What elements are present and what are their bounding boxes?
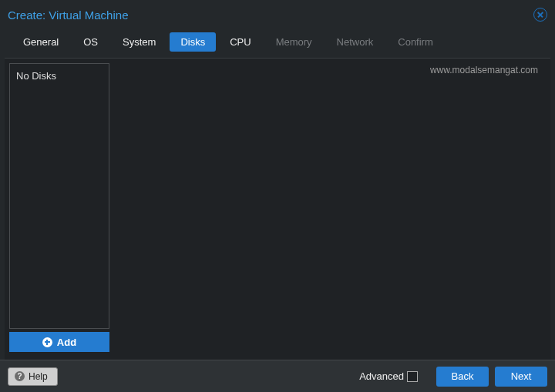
tab-strip: GeneralOSSystemDisksCPUMemoryNetworkConf…	[0, 25, 555, 58]
help-icon: ?	[15, 371, 25, 381]
add-disk-label: Add	[57, 337, 76, 348]
plus-icon	[42, 337, 52, 347]
tab-network: Network	[326, 32, 385, 52]
content-area: www.modalsemangat.com No Disks Add	[5, 58, 550, 360]
tab-cpu[interactable]: CPU	[219, 32, 261, 52]
advanced-checkbox[interactable]	[407, 371, 418, 382]
tab-disks[interactable]: Disks	[170, 32, 216, 52]
window-title: Create: Virtual Machine	[8, 8, 128, 22]
add-disk-button[interactable]: Add	[9, 332, 109, 352]
no-disks-message: No Disks	[16, 70, 103, 82]
back-button[interactable]: Back	[436, 367, 489, 387]
disk-list: No Disks	[9, 63, 109, 329]
close-icon[interactable]	[533, 8, 547, 22]
next-button[interactable]: Next	[495, 367, 547, 387]
tab-os[interactable]: OS	[72, 32, 109, 52]
tab-system[interactable]: System	[112, 32, 166, 52]
advanced-label: Advanced	[359, 370, 404, 382]
tab-confirm: Confirm	[387, 32, 444, 52]
tab-general[interactable]: General	[12, 32, 69, 52]
watermark: www.modalsemangat.com	[430, 65, 538, 75]
tab-memory: Memory	[265, 32, 323, 52]
help-button[interactable]: ? Help	[8, 367, 58, 386]
help-label: Help	[29, 371, 48, 382]
